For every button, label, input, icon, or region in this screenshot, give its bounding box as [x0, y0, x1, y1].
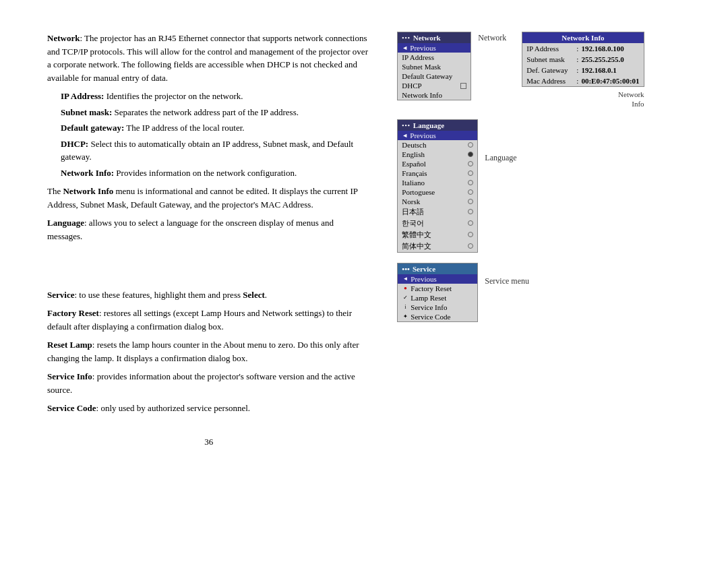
factory-reset-para: Factory Reset: restores all settings (ex…: [47, 307, 370, 333]
subnet-mask-key: Subnet mask: [526, 55, 574, 63]
language-japanese[interactable]: 日本語: [398, 206, 477, 218]
service-para: Service: to use these features, highligh…: [47, 288, 370, 302]
service-lamp-reset[interactable]: ✓ Lamp Reset: [398, 293, 477, 303]
language-previous-label: Previous: [410, 131, 436, 139]
language-italiano[interactable]: Italiano: [398, 178, 477, 187]
japanese-radio[interactable]: [468, 209, 473, 214]
portoguese-radio[interactable]: [468, 189, 473, 195]
network-menu-networkinfo[interactable]: Network Info: [398, 90, 471, 100]
network-info-label: NetworkInfo: [607, 88, 644, 109]
service-label: Service menu: [485, 263, 529, 286]
trad-chinese-radio[interactable]: [468, 232, 473, 237]
left-column: Network: The projector has an RJ45 Ether…: [47, 32, 390, 530]
factory-reset-icon: ●: [402, 285, 408, 292]
service-info-label: Service Info: [411, 303, 447, 311]
service-factory-reset[interactable]: ● Factory Reset: [398, 284, 477, 293]
def-gateway-row: Def. Gateway : 192.168.0.1: [522, 65, 643, 75]
ip-address-desc: IP Address: Identifies the projector on …: [61, 90, 370, 103]
service-panel-row: ••• Service ◄ Previous ● Factory Reset ✓…: [397, 263, 681, 322]
service-previous-label: Previous: [411, 275, 437, 283]
subnet-mask-row: Subnet mask : 255.255.255.0: [522, 54, 643, 65]
network-label: Network: [478, 32, 515, 43]
dhcp-desc: DHCP: Select this to automatically obtai…: [61, 137, 370, 164]
network-menu: ••• Network Previous IP Address Subnet M…: [397, 32, 471, 100]
subnet-mask-desc: Subnet mask: Separates the network addre…: [61, 106, 370, 119]
service-code-label: Service Code: [411, 313, 450, 321]
ip-address-row: IP Address : 192.168.0.100: [522, 43, 643, 54]
network-info-panel: Network Info IP Address : 192.168.0.100 …: [522, 32, 644, 87]
language-francais[interactable]: Français: [398, 168, 477, 178]
network-fields-list: IP Address: Identifies the projector on …: [61, 90, 370, 179]
norsk-radio[interactable]: [468, 199, 473, 204]
network-menu-dots: •••: [402, 34, 410, 41]
right-column: ••• Network Previous IP Address Subnet M…: [390, 32, 681, 530]
network-menu-subnetmask[interactable]: Subnet Mask: [398, 62, 471, 71]
language-norsk[interactable]: Norsk: [398, 197, 477, 206]
mac-address-key: Mac Address: [526, 77, 574, 85]
service-menu-dots: •••: [402, 265, 410, 273]
service-info-para: Service Info: provides information about…: [47, 370, 370, 396]
network-intro: Network: The projector has an RJ45 Ether…: [47, 32, 370, 84]
network-menu-label: Network: [413, 34, 441, 42]
dhcp-checkbox[interactable]: [460, 83, 466, 89]
service-menu-label: Service: [413, 265, 435, 273]
network-menu-previous[interactable]: Previous: [398, 43, 471, 53]
network-menu-ipaddress[interactable]: IP Address: [398, 53, 471, 62]
network-info-para: The Network Info menu is informational a…: [47, 185, 370, 211]
deutsch-radio[interactable]: [468, 142, 473, 148]
language-portoguese[interactable]: Portoguese: [398, 187, 477, 197]
language-menu-title: ••• Language: [398, 120, 477, 131]
network-info-desc: Network Info: Provides information on th…: [61, 166, 370, 180]
language-menu: ••• Language Previous Deutsch English Es…: [397, 119, 478, 253]
language-para: Language: allows you to select a languag…: [47, 216, 370, 243]
reset-lamp-para: Reset Lamp: resets the lamp hours counte…: [47, 338, 370, 365]
network-menu-title: ••• Network: [398, 32, 471, 43]
factory-reset-label: Factory Reset: [411, 284, 452, 292]
lamp-reset-icon: ✓: [402, 294, 408, 301]
ip-address-value: 192.168.0.100: [581, 44, 624, 53]
service-menu-title: ••• Service: [398, 263, 477, 274]
language-menu-dots: •••: [402, 122, 410, 129]
page-number: 36: [47, 435, 370, 449]
network-panel-row: ••• Network Previous IP Address Subnet M…: [397, 32, 681, 109]
english-radio[interactable]: [468, 152, 473, 157]
language-simplified-chinese[interactable]: 简体中文: [398, 241, 477, 252]
mac-address-value: 00:E0:47:05:00:01: [581, 77, 639, 85]
default-gateway-desc: Default gateway: The IP address of the l…: [61, 121, 370, 135]
service-code-para: Service Code: only used by authorized se…: [47, 402, 370, 415]
service-info-icon: i: [402, 304, 408, 311]
def-gateway-key: Def. Gateway: [526, 66, 574, 74]
language-korean[interactable]: 한국어: [398, 218, 477, 229]
network-info-title: Network Info: [522, 32, 643, 43]
lamp-reset-label: Lamp Reset: [411, 294, 446, 302]
network-previous-label: Previous: [410, 44, 436, 52]
service-info[interactable]: i Service Info: [398, 303, 477, 312]
language-menu-label: Language: [413, 121, 444, 129]
service-menu: ••• Service ◄ Previous ● Factory Reset ✓…: [397, 263, 478, 322]
language-panel-row: ••• Language Previous Deutsch English Es…: [397, 119, 681, 253]
korean-radio[interactable]: [468, 220, 473, 226]
spacer-para: [47, 270, 370, 283]
simp-chinese-radio[interactable]: [468, 243, 473, 249]
ip-address-key: IP Address: [526, 44, 574, 53]
mac-address-row: Mac Address : 00:E0:47:05:00:01: [522, 75, 643, 86]
page: Network: The projector has an RJ45 Ether…: [40, 18, 688, 544]
language-deutsch[interactable]: Deutsch: [398, 140, 477, 150]
previous-icon: ◄: [402, 276, 408, 282]
service-menu-previous[interactable]: ◄ Previous: [398, 274, 477, 284]
language-english[interactable]: English: [398, 150, 477, 159]
language-espanol[interactable]: Español: [398, 159, 477, 168]
francais-radio[interactable]: [468, 170, 473, 176]
espanol-radio[interactable]: [468, 161, 473, 166]
network-menu-defaultgateway[interactable]: Default Gateway: [398, 71, 471, 81]
service-code-icon: ✦: [402, 313, 408, 320]
network-menu-dhcp[interactable]: DHCP: [398, 81, 471, 90]
subnet-mask-value: 255.255.255.0: [581, 55, 624, 63]
def-gateway-value: 192.168.0.1: [581, 66, 616, 74]
italiano-radio[interactable]: [468, 180, 473, 185]
language-traditional-chinese[interactable]: 繁體中文: [398, 229, 477, 241]
language-label: Language: [485, 119, 522, 163]
service-code[interactable]: ✦ Service Code: [398, 312, 477, 321]
language-menu-previous[interactable]: Previous: [398, 131, 477, 140]
